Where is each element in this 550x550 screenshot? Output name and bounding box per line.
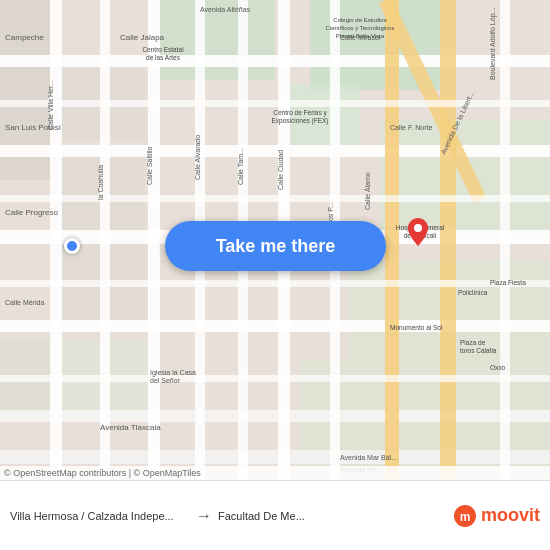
svg-text:Calle Progreso: Calle Progreso bbox=[5, 208, 58, 217]
svg-rect-21 bbox=[0, 450, 550, 464]
svg-text:Policlínica: Policlínica bbox=[458, 289, 488, 296]
svg-rect-13 bbox=[105, 150, 145, 230]
svg-text:Iglesia la Casa: Iglesia la Casa bbox=[150, 369, 196, 377]
svg-text:Avenida Mar Bál...: Avenida Mar Bál... bbox=[340, 454, 397, 461]
svg-text:Calle F. Norte: Calle F. Norte bbox=[390, 124, 433, 131]
svg-text:Avenida Tlaxcala: Avenida Tlaxcala bbox=[100, 423, 161, 432]
svg-text:Centro Estatal: Centro Estatal bbox=[142, 46, 184, 53]
svg-text:Plaza de: Plaza de bbox=[460, 339, 486, 346]
svg-text:Calle Villa Her...: Calle Villa Her... bbox=[47, 80, 54, 130]
svg-rect-22 bbox=[50, 0, 62, 480]
svg-rect-29 bbox=[385, 0, 399, 480]
svg-text:Calle Álamo: Calle Álamo bbox=[363, 172, 371, 210]
destination-marker bbox=[408, 218, 428, 246]
svg-text:de las Artes: de las Artes bbox=[146, 54, 181, 61]
svg-rect-30 bbox=[440, 0, 456, 480]
svg-text:Avenida Altéñas: Avenida Altéñas bbox=[200, 6, 251, 13]
svg-text:Calle Ciudad: Calle Ciudad bbox=[277, 150, 284, 190]
map-attribution: © OpenStreetMap contributors | © OpenMap… bbox=[0, 466, 550, 480]
svg-text:Colegio de Estudios: Colegio de Estudios bbox=[333, 17, 386, 23]
route-arrow-icon: → bbox=[196, 507, 212, 525]
svg-text:Calle Saltillo: Calle Saltillo bbox=[146, 146, 153, 185]
svg-text:Calle Tam...: Calle Tam... bbox=[237, 148, 244, 185]
svg-text:toros Calafia: toros Calafia bbox=[460, 347, 497, 354]
svg-text:Oxxo: Oxxo bbox=[490, 364, 506, 371]
svg-rect-19 bbox=[0, 320, 550, 332]
svg-rect-24 bbox=[148, 0, 160, 480]
svg-rect-31 bbox=[500, 0, 510, 480]
svg-text:Centro de Ferias y: Centro de Ferias y bbox=[273, 109, 327, 117]
take-me-there-button[interactable]: Take me there bbox=[165, 221, 386, 271]
svg-text:la Coahuila: la Coahuila bbox=[97, 165, 104, 200]
svg-rect-35 bbox=[0, 280, 550, 287]
svg-point-75 bbox=[414, 224, 422, 232]
svg-text:Campeche: Campeche bbox=[5, 33, 44, 42]
svg-rect-23 bbox=[100, 0, 110, 480]
moovit-logo: m moovit bbox=[453, 504, 540, 528]
svg-rect-17 bbox=[0, 145, 550, 157]
svg-text:Boulevard Adolfo Lóp...: Boulevard Adolfo Lóp... bbox=[489, 8, 497, 80]
svg-rect-36 bbox=[0, 375, 550, 382]
svg-rect-34 bbox=[0, 195, 550, 202]
origin-marker bbox=[64, 238, 80, 254]
route-info: Villa Hermosa / Calzada Indepe... → Facu… bbox=[10, 507, 445, 525]
svg-text:Plantel Bella Vista: Plantel Bella Vista bbox=[336, 33, 385, 39]
svg-text:Calle Jalapa: Calle Jalapa bbox=[120, 33, 165, 42]
svg-text:del Señor: del Señor bbox=[150, 377, 181, 384]
svg-text:Plaza Fiesta: Plaza Fiesta bbox=[490, 279, 526, 286]
svg-rect-20 bbox=[0, 410, 550, 422]
svg-text:Exposiciones (FEX): Exposiciones (FEX) bbox=[271, 117, 328, 125]
map-container[interactable]: Campeche Calle Jalapa San Luis Potosí Ca… bbox=[0, 0, 550, 480]
moovit-icon: m bbox=[453, 504, 477, 528]
svg-text:m: m bbox=[460, 510, 471, 524]
svg-text:Calle Mérida: Calle Mérida bbox=[5, 299, 44, 306]
bottom-bar: Villa Hermosa / Calzada Indepe... → Facu… bbox=[0, 480, 550, 550]
moovit-text: moovit bbox=[481, 505, 540, 526]
route-from: Villa Hermosa / Calzada Indepe... bbox=[10, 510, 190, 522]
svg-text:Científicos y Tecnológicos: Científicos y Tecnológicos bbox=[326, 25, 395, 31]
svg-text:Monumento al Sol: Monumento al Sol bbox=[390, 324, 443, 331]
svg-rect-16 bbox=[0, 55, 550, 67]
svg-text:Calle Alvarado: Calle Alvarado bbox=[194, 135, 201, 180]
route-to: Facultad De Me... bbox=[218, 510, 378, 522]
